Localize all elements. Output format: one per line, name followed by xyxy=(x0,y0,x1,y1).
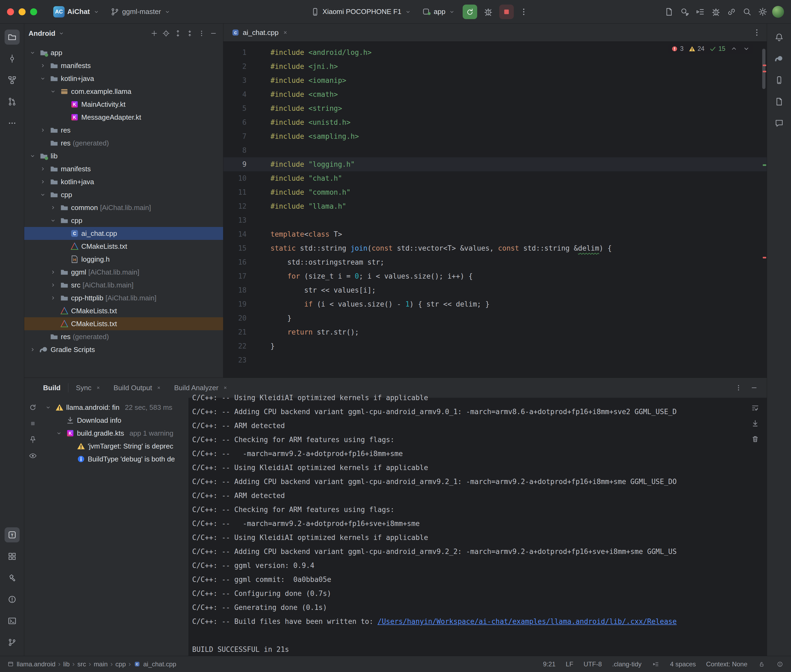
code-line-6[interactable]: 6#include <unistd.h> xyxy=(223,115,767,130)
close-tab-icon[interactable] xyxy=(222,384,229,391)
error-stripe-mark[interactable] xyxy=(763,64,766,66)
stop-button[interactable] xyxy=(499,5,514,19)
hide-panel-icon[interactable] xyxy=(208,28,219,39)
chevron-down-icon[interactable] xyxy=(48,216,58,225)
chevron-down-icon[interactable] xyxy=(28,48,37,57)
hide-build-panel-icon[interactable] xyxy=(749,382,759,393)
panel-options-icon[interactable] xyxy=(196,28,207,39)
project-view-mode[interactable]: Android xyxy=(29,29,55,38)
device-selector[interactable]: Xiaomi POCOPHONE F1 xyxy=(307,6,415,18)
zoom-window-button[interactable] xyxy=(30,8,37,15)
chevron-down-icon[interactable] xyxy=(58,30,65,37)
previous-problem-icon[interactable] xyxy=(730,45,738,53)
user-avatar[interactable] xyxy=(772,6,784,18)
indent-size[interactable]: 4 spaces xyxy=(670,661,696,668)
line-number[interactable]: 9 xyxy=(223,157,247,171)
tree-item-common[interactable]: common [AiChat.lib.main] xyxy=(24,201,223,214)
add-icon[interactable] xyxy=(149,28,160,39)
error-stripe-mark[interactable] xyxy=(763,257,766,258)
rerun-button[interactable] xyxy=(463,5,477,19)
code-line-11[interactable]: 11#include "common.h" xyxy=(223,185,767,199)
breadcrumb-item-src[interactable]: src xyxy=(77,661,86,668)
tree-item-gradle-scripts[interactable]: Gradle Scripts xyxy=(24,343,223,356)
tree-item-cmakelists-txt[interactable]: CMakeLists.txt xyxy=(24,317,223,330)
build-console[interactable]: C/C++: -- Using KleidiAI optimized kerne… xyxy=(188,391,744,656)
code-line-10[interactable]: 10#include "chat.h" xyxy=(223,171,767,185)
tree-item-logging-h[interactable]: Hlogging.h xyxy=(24,253,223,266)
project-toolwindow-icon[interactable] xyxy=(5,30,20,45)
tree-item-lib[interactable]: lib xyxy=(24,149,223,162)
line-number[interactable]: 20 xyxy=(223,311,247,325)
gradle-toolwindow-icon[interactable] xyxy=(772,51,787,66)
more-toolwindows-icon[interactable] xyxy=(5,116,20,131)
editor-options-icon[interactable] xyxy=(752,28,761,37)
close-window-button[interactable] xyxy=(7,8,14,15)
stop-build-icon[interactable] xyxy=(28,419,38,428)
build-node-jvmtarget-warning[interactable]: 'jvmTarget: String' is deprec xyxy=(42,440,188,453)
line-number[interactable]: 5 xyxy=(223,101,247,115)
line-ending[interactable]: LF xyxy=(566,661,573,668)
more-run-options-button[interactable] xyxy=(518,6,530,18)
tree-item-cpp[interactable]: cpp xyxy=(24,188,223,201)
editor-scrollbar[interactable] xyxy=(762,49,765,89)
line-number[interactable]: 6 xyxy=(223,115,247,130)
tree-item-com-example-llama[interactable]: com.example.llama xyxy=(24,85,223,98)
line-number[interactable]: 23 xyxy=(223,353,247,367)
inspections-widget[interactable]: 3 24 15 xyxy=(668,44,753,53)
settings-icon[interactable] xyxy=(757,6,769,18)
code-line-12[interactable]: 12#include "llama.h" xyxy=(223,199,767,213)
chevron-right-icon[interactable] xyxy=(38,177,47,186)
tree-item-cmakelists-txt[interactable]: CMakeLists.txt xyxy=(24,304,223,317)
chevron-down-icon[interactable] xyxy=(48,87,58,96)
close-tab-icon[interactable] xyxy=(282,29,289,36)
commit-toolwindow-icon[interactable] xyxy=(5,51,20,66)
pull-requests-icon[interactable] xyxy=(5,94,20,109)
minimize-window-button[interactable] xyxy=(19,8,26,15)
code-line-4[interactable]: 4#include <cmath> xyxy=(223,87,767,101)
breadcrumb-item-llama-android[interactable]: llama.android xyxy=(7,661,55,668)
error-stripe-mark[interactable] xyxy=(763,71,766,72)
code-line-15[interactable]: 15static std::string join(const std::vec… xyxy=(223,241,767,255)
layout-inspector-icon[interactable] xyxy=(772,94,787,109)
line-number[interactable]: 12 xyxy=(223,199,247,213)
app-quality-insights-icon[interactable] xyxy=(772,116,787,131)
code-line-19[interactable]: 19 if (i < values.size() - 1) { str << d… xyxy=(223,297,767,311)
terminal-toolwindow-icon[interactable] xyxy=(5,613,20,629)
chevron-right-icon[interactable] xyxy=(38,126,47,135)
file-lock-icon[interactable] xyxy=(757,660,766,668)
chevron-right-icon[interactable] xyxy=(48,293,58,302)
tree-item-cmakelists-txt[interactable]: CMakeLists.txt xyxy=(24,240,223,253)
chevron-right-icon[interactable] xyxy=(38,164,47,173)
build-node-build-gradle-kts[interactable]: Kbuild.gradle.ktsapp 1 warning xyxy=(42,427,188,440)
breadcrumb-item-cpp[interactable]: cpp xyxy=(116,661,126,668)
context-widget[interactable]: Context: None xyxy=(706,661,748,668)
code-line-13[interactable]: 13 xyxy=(223,213,767,227)
tree-item-kotlin-java[interactable]: kotlin+java xyxy=(24,175,223,188)
warning-count[interactable]: 24 xyxy=(688,45,704,53)
code-line-3[interactable]: 3#include <iomanip> xyxy=(223,74,767,87)
line-number[interactable]: 11 xyxy=(223,185,247,199)
close-tab-icon[interactable] xyxy=(95,384,102,391)
version-control-icon[interactable] xyxy=(5,635,20,650)
rerun-build-icon[interactable] xyxy=(28,403,38,412)
tree-item-src[interactable]: src [AiChat.lib.main] xyxy=(24,278,223,291)
error-count[interactable]: 3 xyxy=(671,45,684,53)
build-node-buildtype-info[interactable]: BuildType 'debug' is both de xyxy=(42,453,188,466)
search-everywhere-icon[interactable] xyxy=(741,6,753,18)
build-node-llama-android[interactable]: llama.android: fin22 sec, 583 ms xyxy=(42,401,188,414)
breadcrumb-item-ai-chat-cpp[interactable]: Cai_chat.cpp xyxy=(133,661,176,668)
filter-icon[interactable] xyxy=(28,451,38,461)
code-line-8[interactable]: 8 xyxy=(223,143,767,157)
tree-item-res[interactable]: res (generated) xyxy=(24,137,223,149)
line-number[interactable]: 21 xyxy=(223,325,247,339)
next-problem-icon[interactable] xyxy=(743,45,750,53)
tree-item-cpp[interactable]: cpp xyxy=(24,214,223,227)
line-number[interactable]: 1 xyxy=(223,45,247,59)
chevron-right-icon[interactable] xyxy=(48,203,58,212)
code-line-23[interactable]: 23 xyxy=(223,353,767,367)
line-number[interactable]: 13 xyxy=(223,213,247,227)
build-output-path-link[interactable]: /Users/hanyin/Workspace/ai-chat/examples… xyxy=(378,618,677,626)
pin-icon[interactable] xyxy=(28,435,38,445)
debug-button[interactable] xyxy=(481,5,496,19)
vcs-branch-widget[interactable]: ggml-master xyxy=(107,6,175,18)
